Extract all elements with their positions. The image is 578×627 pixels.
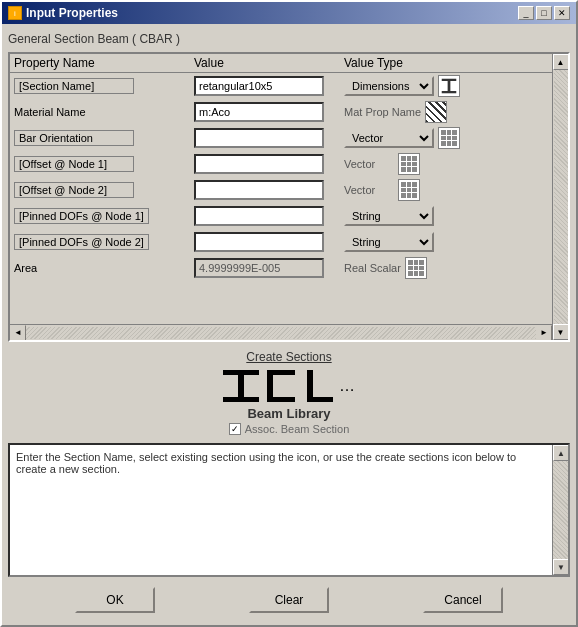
minimize-button[interactable]: _ <box>518 6 534 20</box>
prop-cell: [Pinned DOFs @ Node 2] <box>14 234 194 250</box>
mat-prop-label: Mat Prop Name <box>344 106 421 118</box>
type-cell: String <box>344 206 484 226</box>
real-scalar-label: Real Scalar <box>344 262 401 274</box>
value-cell <box>194 180 344 200</box>
cancel-button[interactable]: Cancel <box>423 587 503 613</box>
prop-cell: [Offset @ Node 1] <box>14 156 194 172</box>
property-label: [Section Name] <box>14 78 134 94</box>
type-cell: Dimensions <box>344 75 484 97</box>
section-name-input[interactable] <box>194 76 324 96</box>
svg-rect-0 <box>442 79 457 81</box>
property-label: [Pinned DOFs @ Node 2] <box>14 234 149 250</box>
prop-cell: Area <box>14 261 194 275</box>
vector-label-2: Vector <box>344 184 394 196</box>
help-scrollbar: ▲ ▼ <box>552 445 568 575</box>
assoc-row: ✓ Assoc. Beam Section <box>229 423 350 435</box>
content-area: General Section Beam ( CBAR ) Property N… <box>2 24 576 625</box>
maximize-button[interactable]: □ <box>536 6 552 20</box>
vertical-scrollbar[interactable]: ▲ ▼ <box>552 54 568 340</box>
grid-icon-3[interactable] <box>398 179 420 201</box>
svg-rect-9 <box>307 370 313 399</box>
help-text-area: Enter the Section Name, select existing … <box>8 443 570 577</box>
table-header: Property Name Value Value Type <box>10 54 568 73</box>
scroll-track-h <box>26 327 536 339</box>
hatch-icon[interactable] <box>425 101 447 123</box>
table-row: [Offset @ Node 1] Vector <box>10 151 552 177</box>
value-cell <box>194 154 344 174</box>
create-sections-label: Create Sections <box>246 350 331 364</box>
table-row: Area Real Scalar <box>10 255 552 281</box>
title-buttons: _ □ ✕ <box>518 6 570 20</box>
property-label: Material Name <box>14 106 86 118</box>
horizontal-scrollbar[interactable]: ◄ ► <box>10 324 552 340</box>
type-cell: Mat Prop Name <box>344 101 484 123</box>
value-cell <box>194 206 344 226</box>
prop-cell: [Pinned DOFs @ Node 1] <box>14 208 194 224</box>
l-section-icon[interactable] <box>305 368 335 404</box>
offset-node2-input[interactable] <box>194 180 324 200</box>
string-select-1[interactable]: String <box>344 206 434 226</box>
area-value <box>194 258 324 278</box>
svg-rect-1 <box>448 81 451 91</box>
vector-select-1[interactable]: Vector <box>344 128 434 148</box>
prop-cell: Bar Orientation <box>14 130 194 146</box>
close-button[interactable]: ✕ <box>554 6 570 20</box>
type-cell: Vector <box>344 153 484 175</box>
value-cell <box>194 102 344 122</box>
create-sections-area: Create Sections <box>8 346 570 439</box>
c-channel-icon[interactable] <box>265 368 301 404</box>
table-row: Material Name Mat Prop Name <box>10 99 552 125</box>
help-scroll-up[interactable]: ▲ <box>553 445 569 461</box>
table-row: [Pinned DOFs @ Node 1] String <box>10 203 552 229</box>
prop-cell: Material Name <box>14 105 194 119</box>
bottom-buttons: OK Clear Cancel <box>8 581 570 619</box>
beam-library-label: Beam Library <box>247 406 330 421</box>
scroll-track-v <box>554 70 568 324</box>
table-row: [Pinned DOFs @ Node 2] String <box>10 229 552 255</box>
property-label: [Offset @ Node 2] <box>14 182 134 198</box>
table-row: [Offset @ Node 2] Vector <box>10 177 552 203</box>
vector-label-1: Vector <box>344 158 394 170</box>
grid-icon-1[interactable] <box>438 127 460 149</box>
material-name-input[interactable] <box>194 102 324 122</box>
help-scroll-track <box>553 461 568 559</box>
i-beam-icon[interactable] <box>438 75 460 97</box>
col-header-valuetype: Value Type <box>344 56 484 70</box>
pinned-node1-input[interactable] <box>194 206 324 226</box>
title-bar: i Input Properties _ □ ✕ <box>2 2 576 24</box>
table-row: [Section Name] Dimensions <box>10 73 552 99</box>
scroll-down-button[interactable]: ▼ <box>553 324 569 340</box>
title-bar-left: i Input Properties <box>8 6 118 20</box>
svg-rect-5 <box>223 397 259 402</box>
property-label: [Offset @ Node 1] <box>14 156 134 172</box>
offset-node1-input[interactable] <box>194 154 324 174</box>
scroll-right-button[interactable]: ► <box>536 325 552 341</box>
svg-rect-4 <box>238 375 244 397</box>
svg-rect-10 <box>307 397 333 402</box>
string-select-2[interactable]: String <box>344 232 434 252</box>
property-label: Bar Orientation <box>14 130 134 146</box>
clear-button[interactable]: Clear <box>249 587 329 613</box>
help-text: Enter the Section Name, select existing … <box>16 451 562 475</box>
type-cell: Real Scalar <box>344 257 484 279</box>
grid-icon-2[interactable] <box>398 153 420 175</box>
scroll-up-button[interactable]: ▲ <box>553 54 569 70</box>
more-sections-icon[interactable]: … <box>339 377 357 395</box>
property-label: [Pinned DOFs @ Node 1] <box>14 208 149 224</box>
pinned-node2-input[interactable] <box>194 232 324 252</box>
scroll-left-button[interactable]: ◄ <box>10 325 26 341</box>
svg-rect-3 <box>223 370 259 375</box>
svg-rect-6 <box>267 370 295 375</box>
dimensions-select[interactable]: Dimensions <box>344 76 434 96</box>
large-i-beam-icon[interactable] <box>221 368 261 404</box>
assoc-checkbox[interactable]: ✓ <box>229 423 241 435</box>
col-header-property: Property Name <box>14 56 194 70</box>
assoc-label: Assoc. Beam Section <box>245 423 350 435</box>
ok-button[interactable]: OK <box>75 587 155 613</box>
window-icon: i <box>8 6 22 20</box>
bar-orientation-input[interactable] <box>194 128 324 148</box>
grid-icon-4[interactable] <box>405 257 427 279</box>
value-cell <box>194 128 344 148</box>
col-header-value: Value <box>194 56 344 70</box>
help-scroll-down[interactable]: ▼ <box>553 559 569 575</box>
